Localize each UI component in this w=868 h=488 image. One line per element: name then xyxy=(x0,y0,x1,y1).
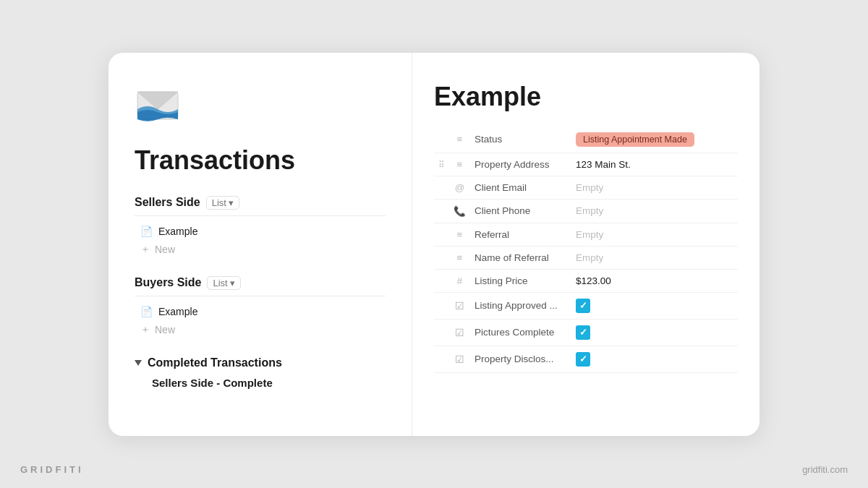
field-label: Property Disclos... xyxy=(470,346,571,372)
completed-transactions-section: Completed Transactions Sellers Side - Co… xyxy=(135,356,386,389)
app-icon xyxy=(135,82,181,128)
row-spacer xyxy=(434,346,449,372)
buyers-plus-icon: ＋ xyxy=(140,323,150,336)
field-value[interactable] xyxy=(571,292,738,319)
buyers-side-section: Buyers Side List ▾ 📄 Example ＋ New xyxy=(135,276,386,343)
sellers-new-label: New xyxy=(155,244,175,255)
doc-icon: 📄 xyxy=(140,226,153,237)
field-icon: ☑ xyxy=(449,319,470,346)
right-panel: Example ≡StatusListing Appointment Made⠿… xyxy=(412,53,760,436)
field-value: Empty xyxy=(571,246,738,269)
sellers-complete-item[interactable]: Sellers Side - Complete xyxy=(135,374,386,389)
field-label: Name of Referral xyxy=(470,246,571,269)
status-badge: Listing Appointment Made xyxy=(576,132,694,147)
sellers-list-badge[interactable]: List ▾ xyxy=(206,196,239,210)
field-icon: ≡ xyxy=(449,246,470,269)
field-value: Empty xyxy=(571,199,738,223)
buyers-example-label: Example xyxy=(158,306,197,317)
field-icon: ≡ xyxy=(449,153,470,176)
buyers-list-chevron: ▾ xyxy=(230,278,235,288)
field-label: Client Phone xyxy=(470,199,571,223)
table-row: #Listing Price$123.00 xyxy=(434,269,738,292)
row-spacer xyxy=(434,319,449,346)
table-row: ≡StatusListing Appointment Made xyxy=(434,127,738,153)
main-card: Transactions Sellers Side List ▾ 📄 Examp… xyxy=(109,53,760,436)
field-icon: ≡ xyxy=(449,127,470,153)
sellers-side-section: Sellers Side List ▾ 📄 Example ＋ New xyxy=(135,196,386,263)
sellers-plus-icon: ＋ xyxy=(140,243,150,256)
table-row: ≡ReferralEmpty xyxy=(434,223,738,246)
field-label: Listing Price xyxy=(470,269,571,292)
table-row: ☑Pictures Complete xyxy=(434,319,738,346)
watermark-left: GRIDFITI xyxy=(20,464,84,475)
field-icon: # xyxy=(449,269,470,292)
field-icon: 📞 xyxy=(449,199,470,223)
checkbox-checked[interactable] xyxy=(576,352,590,367)
row-spacer xyxy=(434,199,449,223)
row-spacer xyxy=(434,246,449,269)
field-icon: ☑ xyxy=(449,346,470,372)
page-title: Transactions xyxy=(135,145,386,176)
field-label: Pictures Complete xyxy=(470,319,571,346)
field-icon: ☑ xyxy=(449,292,470,319)
buyers-list-badge-text: List xyxy=(213,278,227,288)
field-value: $123.00 xyxy=(571,269,738,292)
buyers-side-title: Buyers Side xyxy=(135,276,201,289)
row-spacer xyxy=(434,127,449,153)
checkbox-checked[interactable] xyxy=(576,325,590,340)
field-label: Listing Approved ... xyxy=(470,292,571,319)
field-value[interactable] xyxy=(571,319,738,346)
table-row: ☑Property Disclos... xyxy=(434,346,738,372)
buyers-doc-icon: 📄 xyxy=(140,306,153,317)
buyers-new-item[interactable]: ＋ New xyxy=(135,321,386,343)
example-title: Example xyxy=(434,82,738,112)
sellers-new-item[interactable]: ＋ New xyxy=(135,241,386,263)
watermark-right: gridfiti.com xyxy=(802,464,848,475)
buyers-new-label: New xyxy=(155,324,175,335)
sellers-list-chevron: ▾ xyxy=(229,197,234,208)
field-label: Status xyxy=(470,127,571,153)
sellers-side-title: Sellers Side xyxy=(135,196,200,209)
completed-header: Completed Transactions xyxy=(135,356,386,369)
property-table: ≡StatusListing Appointment Made⠿≡Propert… xyxy=(434,127,738,373)
field-icon: @ xyxy=(449,176,470,199)
sellers-example-item[interactable]: 📄 Example xyxy=(135,222,386,241)
field-value: Empty xyxy=(571,223,738,246)
field-value: 123 Main St. xyxy=(571,153,738,176)
field-label: Property Address xyxy=(470,153,571,176)
sellers-list-badge-text: List xyxy=(212,197,226,208)
left-panel: Transactions Sellers Side List ▾ 📄 Examp… xyxy=(109,53,412,436)
field-value: Empty xyxy=(571,176,738,199)
field-label: Client Email xyxy=(470,176,571,199)
buyers-list-badge[interactable]: List ▾ xyxy=(207,276,240,290)
sellers-side-header: Sellers Side List ▾ xyxy=(135,196,386,216)
table-row: ☑Listing Approved ... xyxy=(434,292,738,319)
completed-label: Completed Transactions xyxy=(148,356,282,369)
row-spacer xyxy=(434,292,449,319)
table-row: ⠿≡Property Address123 Main St. xyxy=(434,153,738,176)
buyers-side-header: Buyers Side List ▾ xyxy=(135,276,386,296)
triangle-icon xyxy=(135,360,142,366)
checkbox-checked[interactable] xyxy=(576,299,590,313)
table-row: 📞Client PhoneEmpty xyxy=(434,199,738,223)
sellers-example-label: Example xyxy=(158,226,197,237)
field-value[interactable] xyxy=(571,346,738,372)
field-label: Referral xyxy=(470,223,571,246)
row-spacer xyxy=(434,269,449,292)
field-value: Listing Appointment Made xyxy=(571,127,738,153)
field-icon: ≡ xyxy=(449,223,470,246)
table-row: ≡Name of ReferralEmpty xyxy=(434,246,738,269)
table-row: @Client EmailEmpty xyxy=(434,176,738,199)
row-spacer xyxy=(434,223,449,246)
drag-handle[interactable]: ⠿ xyxy=(434,153,449,176)
row-spacer xyxy=(434,176,449,199)
buyers-example-item[interactable]: 📄 Example xyxy=(135,302,386,321)
